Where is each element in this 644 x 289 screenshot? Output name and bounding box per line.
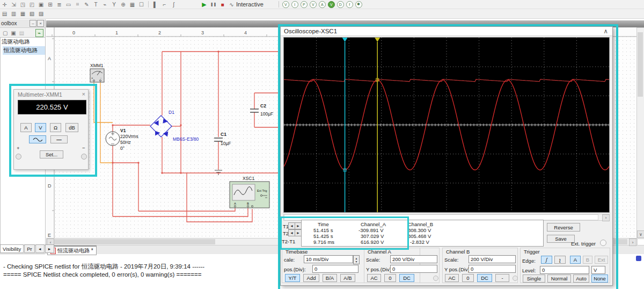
hscroll-thumb[interactable] [54,239,215,244]
multimeter-dialog[interactable]: Multimeter-XMM1 × 220.525 V A V Ω dB — +… [13,89,89,170]
multimeter-dc-button[interactable]: — [50,135,68,143]
cursor-t1-flag[interactable] [342,38,348,42]
probe-digital-icon[interactable]: D [337,1,344,8]
enable-view-icon[interactable]: ⌁ [35,29,43,37]
vscroll-thumb[interactable] [638,32,643,97]
component-v1[interactable]: V1 220Vrms 50Hz 0° [106,128,138,151]
probe-freq-icon[interactable]: f [346,1,353,8]
trigger-none-button[interactable]: None [591,274,608,283]
timebase-scale-spinner[interactable]: ▲▼ [353,255,360,264]
junction-icon[interactable]: Y [110,1,118,8]
multimeter-mode-ohm-button[interactable]: Ω [50,123,61,132]
zoom-out-icon[interactable]: ◰ [28,1,36,8]
multimeter-ac-button[interactable] [29,135,46,143]
channel-a-ac-button[interactable]: AC [367,274,381,282]
tabs-scroll-left[interactable]: ◄ [35,244,45,253]
toolbox-minimize-button[interactable]: – [30,20,36,27]
collapse-icon[interactable]: ∧ [604,27,608,35]
probe-settings-icon[interactable]: ✱ [355,1,362,8]
grapher-icon[interactable]: ▭ [64,1,72,8]
report-icon[interactable]: ▨ [37,10,45,17]
run-button[interactable]: ▶ [200,1,208,8]
pause-button[interactable]: ❚❚ [209,1,217,8]
ground-symbol[interactable] [215,170,222,175]
probe-voltage-icon[interactable]: V [282,1,289,8]
trigger-falling-edge-button[interactable]: ʅ [554,256,566,264]
multimeter-set-button[interactable]: Set... [40,150,63,158]
pan-icon[interactable]: ⇲ [10,1,18,8]
open-design-icon[interactable]: ▣ [10,30,17,37]
vscroll-down-arrow[interactable]: ∨ [637,230,644,238]
tree-item-sheet[interactable]: 恒流驱动电路 [3,46,45,55]
sheet-tab-active[interactable]: 恒流驱动电路 * [47,245,97,255]
hscroll-right-arrow[interactable]: › [629,239,636,246]
cursor-t2-flag[interactable] [375,38,380,42]
breadboard-icon[interactable]: ⌐ [160,1,169,8]
probe-vi-icon[interactable]: A [319,1,326,8]
select-icon[interactable]: ✛ [1,1,9,8]
channel-b-dc-button[interactable]: DC [477,274,492,282]
sheet-icon[interactable]: ▦ [128,1,136,8]
bus-icon[interactable]: ⌁ [101,1,109,8]
zoom-in-icon[interactable]: ◳ [19,1,27,8]
trigger-normal-button[interactable]: Normal [547,274,571,283]
multimeter-plus-terminal[interactable] [16,154,21,160]
trigger-b-button[interactable]: B [583,256,592,264]
zoom-fit-icon[interactable]: ⊞ [46,1,54,8]
add-button[interactable]: Add [303,274,319,282]
stop-button[interactable]: ■ [218,1,226,8]
channel-a-dc-button[interactable]: DC [399,274,414,282]
erase-icon[interactable]: ☐ [137,1,145,8]
trigger-single-button[interactable]: Single [523,274,545,283]
zoom-area-icon[interactable]: ▣ [37,1,45,8]
oscilloscope-dialog[interactable]: Oscilloscope-XSC1 ∧ › T1 ◄ ► [280,26,613,286]
new-design-icon[interactable]: ▢ [2,30,9,37]
component-c1[interactable]: C1 10µF [214,132,231,146]
wire-icon[interactable]: ✎ [83,1,91,8]
channel-b-ac-button[interactable]: AC [445,274,459,282]
full-screen-icon[interactable]: ≣ [55,1,63,8]
text-icon[interactable]: T [92,1,100,8]
bar-icon[interactable]: ▌ [151,1,159,8]
tab-visibility[interactable]: Visibility [0,244,24,253]
interactive-dropdown[interactable]: Interactive [236,1,264,8]
component-xmm1[interactable]: + - XMM1 [90,63,104,82]
toolbox-close-button[interactable]: × [37,20,44,27]
trigger-a-button[interactable]: A [570,256,581,264]
channel-b-ypos-field[interactable]: 0 [469,265,516,273]
tabs-scroll-right[interactable]: ► [45,244,54,253]
database-icon[interactable]: ▧ [28,10,36,17]
rotate-icon[interactable]: ⊕ [119,1,127,8]
reverse-button[interactable]: Reverse [547,223,580,232]
trigger-auto-button[interactable]: Auto [573,274,589,283]
save-design-icon[interactable]: ▤ [18,30,25,37]
ba-button[interactable]: B/A [323,274,337,282]
multimeter-mode-db-button[interactable]: dB [65,123,78,132]
channel-b-0-button[interactable]: 0 [462,274,474,282]
wave-icon[interactable]: ʃ [170,1,178,8]
probe-ref-icon[interactable]: V [328,1,335,8]
spreadsheet-icon[interactable]: ▦ [19,10,27,17]
postprocessor-icon[interactable]: ▥ [10,10,18,17]
tab-project[interactable]: Pr [24,244,35,253]
multimeter-mode-v-button[interactable]: V [35,123,46,132]
component-xsc1[interactable]: Ext Trig A B XSC1 [230,176,269,208]
tree-item-design[interactable]: 流驱动电路 [1,38,45,46]
oscilloscope-titlebar[interactable]: Oscilloscope-XSC1 ∧ [281,27,612,36]
trigger-level-field[interactable]: 0 [540,266,589,274]
component-icon[interactable]: ⌗ [74,1,82,8]
component-c2[interactable]: C2 100µF [250,103,273,117]
yt-button[interactable]: Y/T [285,274,300,282]
trigger-rising-edge-button[interactable]: ʃ [541,256,552,264]
scope-hscroll-right-arrow[interactable]: › [602,214,610,221]
channel-b-scale-field[interactable]: 200 V/Div [469,255,516,263]
probe-power-icon[interactable]: P [301,1,308,8]
multimeter-minus-terminal[interactable] [81,154,87,160]
probe-current-icon[interactable]: I [291,1,298,8]
ext-trigger-terminal[interactable] [600,240,606,246]
channel-a-0-button[interactable]: 0 [384,274,396,282]
trigger-ext-button[interactable]: Ext [595,256,608,264]
spinner-down-icon[interactable]: ▼ [355,260,358,263]
multimeter-mode-a-button[interactable]: A [20,123,32,132]
component-d1[interactable]: D1 MB6S-E3/80 [150,110,199,142]
